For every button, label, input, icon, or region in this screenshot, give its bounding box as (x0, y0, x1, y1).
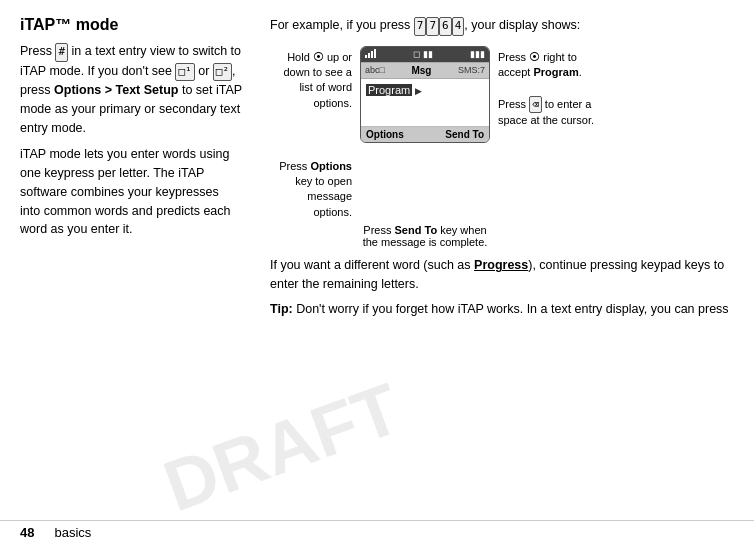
key-6: 6 (439, 17, 452, 36)
phone-mode-label: abc□ (365, 65, 385, 75)
phone-cursor: ▶ (412, 86, 422, 96)
mode-key1: □¹ (175, 63, 194, 82)
key-4: 4 (452, 17, 465, 36)
backspace-key-icon: ⌫ (529, 96, 542, 113)
phone-msg-label: Msg (385, 65, 458, 76)
bottom-para2: Tip: Don't worry if you forget how iTAP … (270, 300, 734, 319)
word-program: Program (533, 66, 578, 78)
phone-sms-count: SMS:7 (458, 65, 485, 75)
label-options-left: Press Options key to open message option… (270, 159, 360, 221)
intro-text: For example, if you press 7764, your dis… (270, 16, 734, 36)
phone-sendto-label: Send To (445, 129, 484, 140)
right-column: For example, if you press 7764, your dis… (260, 16, 734, 510)
tip-label: Tip: (270, 302, 293, 316)
page-section: basics (54, 525, 91, 540)
label-press-right: Press ⦿ right to accept Program. Press ⌫… (490, 46, 600, 129)
diagram-bottom-labels: Press Options key to open message option… (270, 155, 734, 249)
hash-key: # (55, 43, 68, 62)
label-options-row: Press Options key to open message option… (270, 159, 734, 221)
page-footer: 48 basics (0, 520, 754, 548)
label-hold-nav: Hold ⦿ up or down to see a list of word … (270, 46, 360, 112)
left-para1-text1: Press # in a text entry view to switch t… (20, 44, 242, 135)
phone-battery-icon: ▮▮▮ (470, 49, 485, 59)
phone-mockup: ◻ ▮▮ ▮▮▮ abc□ Msg SMS:7 Program ▶ Option… (360, 46, 490, 143)
left-para2: iTAP mode lets you enter words using one… (20, 145, 242, 239)
phone-status-icons: ◻ ▮▮ (413, 49, 433, 59)
options-key-label: Options (310, 160, 352, 172)
word-progress: Progress (474, 258, 528, 272)
phone-status-bar: ◻ ▮▮ ▮▮▮ (361, 47, 489, 62)
left-column: iTAP™ mode Press # in a text entry view … (20, 16, 260, 510)
left-para1: Press # in a text entry view to switch t… (20, 42, 242, 137)
key-7b: 7 (426, 17, 439, 36)
options-text: Options > Text Setup (54, 83, 178, 97)
page-number: 48 (20, 525, 34, 540)
page-content: iTAP™ mode Press # in a text entry view … (0, 0, 754, 520)
bottom-para1: If you want a different word (such as Pr… (270, 256, 734, 294)
diagram-area: Hold ⦿ up or down to see a list of word … (270, 46, 734, 143)
phone-text-area: Program ▶ (361, 79, 489, 127)
phone-signal-icon (365, 49, 376, 60)
nav-dot-icon: ⦿ (313, 51, 324, 63)
phone-word-display: Program (366, 84, 412, 96)
sendto-key-label: Send To (395, 224, 438, 236)
bottom-text: If you want a different word (such as Pr… (270, 256, 734, 318)
key-7a: 7 (414, 17, 427, 36)
section-title: iTAP™ mode (20, 16, 242, 34)
phone-options-label: Options (366, 129, 404, 140)
mode-key2: □² (213, 63, 232, 82)
phone-nav-bar: Options Send To (361, 127, 489, 142)
label-sendto-row: Press Send To key when the message is co… (360, 224, 490, 248)
phone-input-row: abc□ Msg SMS:7 (361, 62, 489, 79)
nav-right-icon: ⦿ (529, 51, 540, 63)
